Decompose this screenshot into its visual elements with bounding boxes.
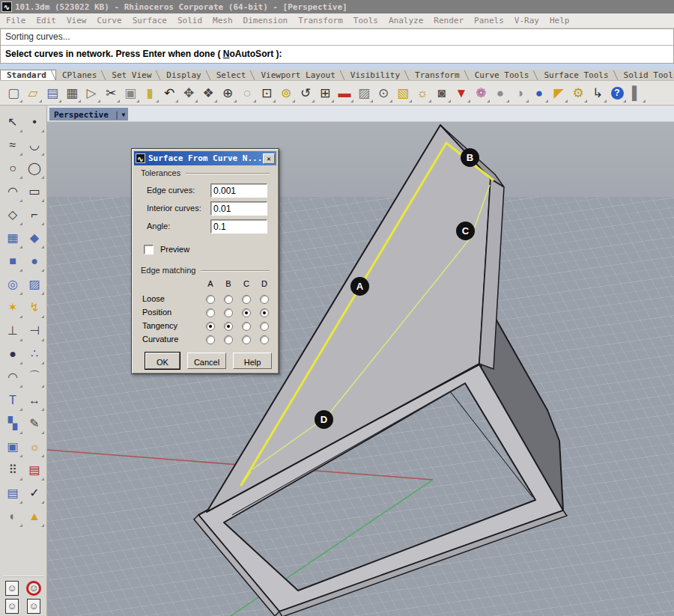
layers-icon[interactable]: ▤ (2, 481, 23, 504)
radio-position-d[interactable] (260, 308, 269, 317)
radio-tangency-a[interactable] (206, 322, 215, 331)
undo-icon[interactable]: ↶ (160, 82, 179, 103)
gears-icon[interactable]: ⚙ (568, 82, 588, 103)
menu-help[interactable]: Help (550, 16, 570, 25)
trim-icon[interactable]: ↯ (24, 296, 45, 319)
fillet-edge-icon[interactable]: ⊥ (2, 319, 23, 342)
arc-blend-icon[interactable]: ◠ (2, 365, 23, 388)
annotate-icon[interactable]: ✎ (24, 412, 45, 435)
menu-transform[interactable]: Transform (298, 16, 343, 25)
point-cloud-icon[interactable]: ∴ (24, 342, 45, 365)
close-icon[interactable]: ✕ (263, 153, 275, 164)
paste-icon[interactable]: ▮ (140, 82, 160, 103)
circle-icon[interactable]: ○ (2, 156, 23, 180)
select-arrow-icon[interactable]: ↖ (2, 110, 23, 133)
stack-icon[interactable]: ▤ (24, 458, 45, 481)
flag-cone-icon[interactable]: ◤ (549, 82, 568, 103)
radio-loose-d[interactable] (260, 295, 269, 304)
tab-curve-tools[interactable]: Curve Tools (469, 70, 538, 81)
boolean-union-icon[interactable]: ● (2, 342, 23, 365)
tab-display[interactable]: Display (160, 70, 210, 81)
menu-render[interactable]: Render (434, 16, 464, 25)
solid-tools-icon[interactable]: ▣ (2, 435, 23, 458)
control-curve-icon[interactable]: ◡ (24, 133, 45, 156)
curve-blend-icon[interactable]: ⌒ (24, 365, 45, 388)
render-icon[interactable]: ☺ (2, 580, 22, 597)
tab-transform[interactable]: Transform (409, 70, 469, 81)
menu-curve[interactable]: Curve (97, 16, 122, 25)
edge-curves-field[interactable] (210, 183, 267, 198)
pan-icon[interactable]: ✥ (179, 82, 198, 103)
menu-file[interactable]: File (6, 16, 26, 25)
radio-loose-c[interactable] (242, 295, 251, 304)
four-viewports-icon[interactable]: ⊞ (315, 82, 335, 103)
chevron-down-icon[interactable]: ▼ (121, 112, 125, 118)
radio-loose-a[interactable] (206, 295, 215, 304)
ok-button[interactable]: OK (145, 353, 180, 369)
ghosted-sphere-icon[interactable]: ◑ (510, 82, 529, 103)
torus-icon[interactable]: ◎ (2, 272, 23, 296)
radio-tangency-d[interactable] (260, 322, 269, 331)
block-icon[interactable]: ▚ (2, 412, 23, 435)
cut-icon[interactable]: ✂ (101, 82, 121, 103)
angle-field[interactable] (210, 219, 267, 234)
print-icon[interactable]: ▦ (62, 82, 82, 103)
polyline-icon[interactable]: ≈ (2, 133, 23, 156)
polygon-icon[interactable]: ◇ (2, 203, 23, 226)
tab-surface-tools[interactable]: Surface Tools (538, 70, 617, 81)
export-icon[interactable]: ▷ (82, 82, 101, 103)
shaded-sphere-icon[interactable]: ● (491, 82, 510, 103)
text-icon[interactable]: T (2, 388, 23, 412)
radio-tangency-b[interactable] (224, 322, 233, 331)
cplane-icon[interactable]: ▨ (354, 82, 374, 103)
sphere-icon[interactable]: ● (24, 249, 45, 272)
array-icon[interactable]: ⠿ (2, 458, 23, 481)
render-region-icon[interactable]: ☺ (24, 598, 43, 615)
ellipse-icon[interactable]: ◯ (24, 156, 45, 180)
circle-center-icon[interactable]: ⊙ (374, 82, 393, 103)
shade-spheres-icon[interactable]: ◐ (2, 504, 23, 528)
fillet-corner-icon[interactable]: ⌐ (24, 203, 45, 226)
history-path-icon[interactable]: ↳ (588, 82, 607, 103)
menu-view[interactable]: View (67, 16, 87, 25)
radio-loose-b[interactable] (224, 295, 233, 304)
viewport-tab[interactable]: Perspective | ▼ (49, 108, 128, 121)
render-window-icon[interactable]: ☺ (2, 598, 22, 615)
tab-viewport-layout[interactable]: Viewport Layout (255, 70, 344, 81)
lights-icon[interactable]: ☼ (24, 435, 45, 458)
zoom-selected-icon[interactable]: ⊚ (276, 82, 296, 103)
tab-solid-tools[interactable]: Solid Tools (618, 70, 674, 81)
layer-state-icon[interactable]: ▧ (393, 82, 413, 103)
surface-patch-icon[interactable]: ◆ (24, 226, 45, 249)
render-stop-icon[interactable]: ☺ (24, 580, 43, 597)
tab-set-view[interactable]: Set View (106, 70, 160, 81)
car-icon[interactable]: ▬ (335, 82, 354, 103)
tab-select[interactable]: Select (210, 70, 255, 81)
zoom-window-icon[interactable]: ⊡ (257, 82, 276, 103)
menu-mesh[interactable]: Mesh (213, 16, 233, 25)
radio-position-a[interactable] (206, 308, 215, 317)
radio-curvature-a[interactable] (206, 335, 215, 344)
cancel-button[interactable]: Cancel (187, 353, 226, 369)
dimension-icon[interactable]: ↔ (24, 388, 45, 412)
menu-edit[interactable]: Edit (37, 16, 57, 25)
new-document-icon[interactable]: ▢ (4, 82, 23, 103)
menu-analyze[interactable]: Analyze (389, 16, 423, 25)
vray-shield-icon[interactable]: ▼ (452, 82, 471, 103)
menu-v-ray[interactable]: V-Ray (514, 16, 539, 25)
pyramid-icon[interactable]: ▲ (24, 504, 45, 528)
partial-icon[interactable]: ▌ (627, 82, 646, 103)
tab-cplanes[interactable]: CPlanes (56, 70, 106, 81)
help-icon[interactable]: ? (607, 82, 627, 103)
rectangle-icon[interactable]: ▭ (24, 180, 45, 203)
interior-curves-field[interactable] (210, 201, 267, 216)
radio-position-b[interactable] (224, 308, 233, 317)
tab-standard[interactable]: Standard (0, 70, 56, 81)
menu-panels[interactable]: Panels (474, 16, 504, 25)
tab-visibility[interactable]: Visibility (344, 70, 409, 81)
copy-icon[interactable]: ▣ (121, 82, 140, 103)
menu-solid[interactable]: Solid (177, 16, 202, 25)
radio-curvature-d[interactable] (260, 335, 269, 344)
save-file-icon[interactable]: ▤ (43, 82, 62, 103)
menu-tools[interactable]: Tools (353, 16, 378, 25)
